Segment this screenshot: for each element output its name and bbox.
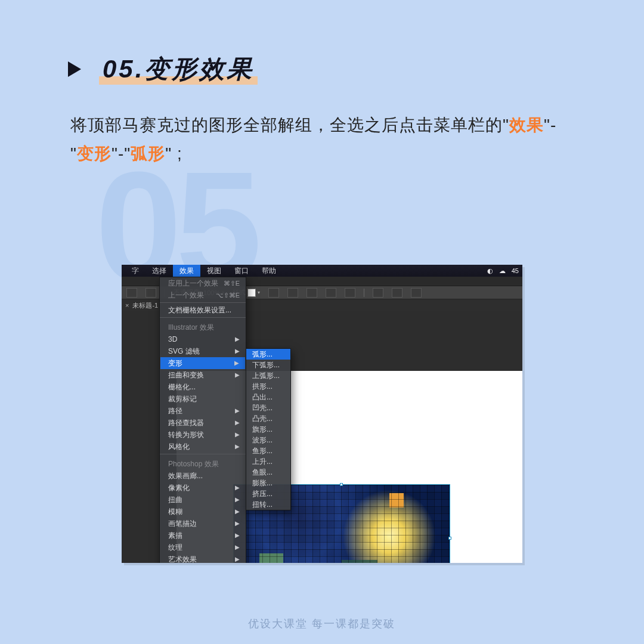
status-number: 45	[512, 267, 519, 274]
chevron-right-icon: ▶	[235, 507, 240, 516]
distribute-button[interactable]	[392, 288, 402, 298]
chevron-right-icon: ▶	[235, 346, 240, 356]
distribute-button[interactable]	[373, 288, 383, 298]
transform-handle[interactable]	[448, 537, 451, 540]
separator-icon	[364, 289, 364, 297]
submenu-item-rise[interactable]: 上升...	[246, 456, 290, 467]
menu-item-brush[interactable]: 画笔描边▶	[160, 518, 246, 530]
screenshot-frame: 字 选择 效果 视图 窗口 帮助 ◐ ☁ 45 不透明度: 100% ▾ 样式	[122, 265, 522, 563]
card-title: 05.变形效果	[68, 52, 258, 86]
chevron-right-icon: ▶	[234, 358, 239, 368]
menu-item-blur[interactable]: 模糊▶	[160, 506, 246, 518]
menu-item-cropmarks[interactable]: 裁剪标记	[160, 393, 246, 405]
style-swatch	[247, 289, 256, 297]
submenu-item-bulge[interactable]: 凸出...	[246, 392, 290, 402]
menu-item-last-effect[interactable]: 上一个效果 ⌥⇧⌘E	[160, 289, 246, 301]
chevron-right-icon: ▶	[235, 483, 240, 493]
compass-icon: ◐	[487, 267, 493, 275]
footer-text: 优设大课堂 每一课都是突破	[0, 617, 644, 631]
menu-window[interactable]: 窗口	[228, 265, 255, 277]
card-description: 将顶部马赛克过的图形全部解组，全选之后点击菜单栏的"效果"-"变形"-"弧形" …	[70, 111, 574, 168]
submenu-item-inflate[interactable]: 膨胀...	[246, 478, 290, 488]
menu-separator	[160, 317, 246, 318]
chevron-right-icon: ▶	[235, 543, 240, 552]
menu-item-apply-last[interactable]: 应用上一个效果 ⌘⇧E	[160, 277, 246, 289]
menu-separator	[160, 454, 246, 454]
chevron-right-icon: ▶	[235, 335, 240, 344]
submenu-item-flag[interactable]: 旗形...	[246, 424, 290, 435]
submenu-item-twist[interactable]: 扭转...	[246, 499, 290, 510]
menu-item-pathfinder[interactable]: 路径查找器▶	[160, 417, 246, 429]
chevron-right-icon: ▶	[235, 531, 240, 540]
card-title-text: 05.变形效果	[99, 52, 258, 86]
menubar-status: ◐ ☁ 45	[487, 265, 519, 277]
chevron-right-icon: ▶	[235, 430, 240, 439]
menu-item-warp[interactable]: 变形▶	[160, 357, 245, 369]
app-window: 字 选择 效果 视图 窗口 帮助 ◐ ☁ 45 不透明度: 100% ▾ 样式	[122, 265, 522, 563]
submenu-item-arc[interactable]: 弧形...	[246, 349, 290, 360]
align-button[interactable]	[306, 288, 317, 298]
menu-view[interactable]: 视图	[200, 265, 228, 277]
menu-heading-photoshop: Photoshop 效果	[160, 456, 246, 470]
menu-item-svgfilter[interactable]: SVG 滤镜▶	[160, 345, 246, 357]
menu-item-artistic[interactable]: 艺术效果▶	[160, 553, 246, 563]
align-button[interactable]	[326, 288, 336, 298]
menu-item-distort[interactable]: 扭曲和变换▶	[160, 369, 246, 381]
fill-swatch[interactable]	[126, 288, 137, 298]
distribute-button[interactable]	[411, 288, 422, 298]
triangle-icon	[68, 61, 81, 77]
align-button[interactable]	[268, 288, 279, 298]
chevron-right-icon: ▶	[235, 555, 240, 563]
menu-separator	[160, 302, 246, 303]
tab-label: 未标题-1	[132, 301, 158, 310]
close-tab-icon[interactable]: ×	[125, 302, 129, 309]
chevron-right-icon: ▶	[235, 495, 240, 504]
effect-dropdown: 应用上一个效果 ⌘⇧E 上一个效果 ⌥⇧⌘E 文档栅格效果设置... Illus…	[159, 277, 246, 563]
menu-effect[interactable]: 效果	[173, 265, 200, 277]
menu-type[interactable]: 字	[125, 265, 145, 277]
submenu-item-fisheye[interactable]: 鱼眼...	[246, 467, 290, 478]
submenu-item-wave[interactable]: 波形...	[246, 435, 290, 445]
stroke-swatch[interactable]	[145, 288, 156, 298]
menu-item-rasterize[interactable]: 栅格化...	[160, 381, 246, 393]
submenu-item-arclower[interactable]: 下弧形...	[246, 360, 290, 370]
menu-item-path[interactable]: 路径▶	[160, 405, 246, 417]
menu-item-sketch[interactable]: 素描▶	[160, 530, 246, 541]
chevron-right-icon: ▶	[235, 519, 240, 528]
submenu-item-fish[interactable]: 鱼形...	[246, 445, 290, 456]
submenu-item-shelllower[interactable]: 凹壳...	[246, 402, 290, 413]
menu-item-stylize-ai[interactable]: 风格化▶	[160, 441, 246, 453]
menu-heading-illustrator: Illustrator 效果	[160, 319, 246, 333]
submenu-item-squeeze[interactable]: 挤压...	[246, 488, 290, 499]
transform-handle[interactable]	[340, 483, 343, 486]
menu-item-pixelate[interactable]: 像素化▶	[160, 482, 246, 494]
align-button[interactable]	[287, 288, 298, 298]
menu-bar: 字 选择 效果 视图 窗口 帮助 ◐ ☁ 45	[122, 265, 522, 277]
chevron-right-icon: ▶	[235, 418, 240, 428]
wechat-icon: ☁	[499, 267, 506, 275]
menu-item-3d[interactable]: 3D▶	[160, 333, 246, 345]
chevron-right-icon: ▶	[235, 406, 240, 416]
submenu-item-arcupper[interactable]: 上弧形...	[246, 370, 290, 381]
warp-submenu: 弧形... 下弧形... 上弧形... 拱形... 凸出... 凹壳... 凸壳…	[246, 348, 291, 510]
submenu-item-arch[interactable]: 拱形...	[246, 381, 290, 392]
chevron-down-icon: ▾	[258, 290, 260, 295]
submenu-item-shellupper[interactable]: 凸壳...	[246, 413, 290, 424]
menu-help[interactable]: 帮助	[255, 265, 283, 277]
menu-item-texture[interactable]: 纹理▶	[160, 541, 246, 553]
chevron-right-icon: ▶	[235, 370, 240, 380]
align-button[interactable]	[345, 288, 355, 298]
menu-item-docgrid[interactable]: 文档栅格效果设置...	[160, 304, 246, 316]
menu-item-distort-ps[interactable]: 扭曲▶	[160, 494, 246, 506]
chevron-right-icon: ▶	[235, 442, 240, 451]
menu-item-gallery[interactable]: 效果画廊...	[160, 470, 246, 482]
menu-item-convert-shape[interactable]: 转换为形状▶	[160, 429, 246, 441]
menu-select[interactable]: 选择	[145, 265, 173, 277]
